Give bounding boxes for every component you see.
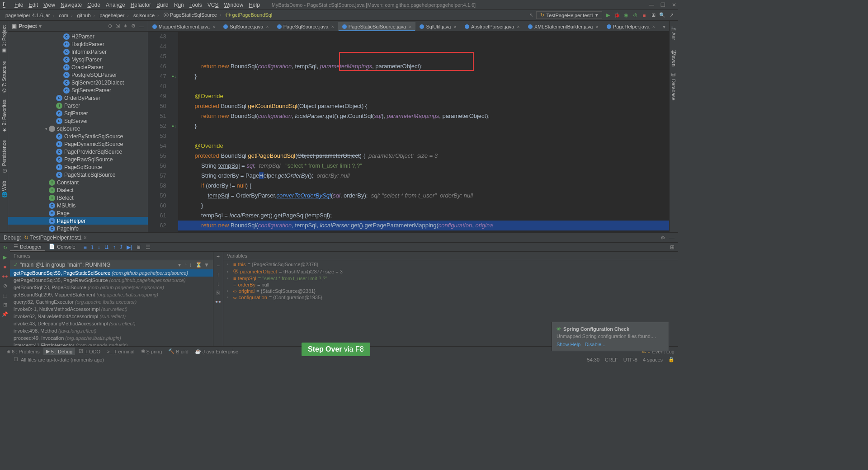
crumb-method[interactable]: ⓜ getPageBoundSql xyxy=(224,12,274,19)
tree-node-pagestaticsqlsource[interactable]: CPageStaticSqlSource xyxy=(8,171,148,179)
console-tab[interactable]: 📄 Console xyxy=(45,243,79,251)
run-to-cursor-icon[interactable]: ▶| xyxy=(127,244,132,250)
tab-pagehelper[interactable]: PageHelper.java× xyxy=(603,22,659,31)
tab-pagestaticsqlsource[interactable]: PageStaticSqlSource.java× xyxy=(338,22,416,31)
var-row[interactable]: ›≡ tempSql = "select * from t_user limit… xyxy=(225,275,676,282)
debugger-tab[interactable]: ☰ Debugger xyxy=(10,243,45,251)
tree-node-orderbystaticsqlsource[interactable]: COrderByStaticSqlSource xyxy=(8,132,148,140)
tree-node-pagehelper[interactable]: CPageHelper xyxy=(8,217,148,225)
menu-code[interactable]: Code xyxy=(85,2,103,8)
debug-hide-icon[interactable]: — xyxy=(669,235,675,241)
hide-icon[interactable]: — xyxy=(139,24,144,29)
coverage-icon[interactable]: ◉ xyxy=(623,12,629,18)
frame-row[interactable]: getPageBoundSql:35, PageRawSqlSource (co… xyxy=(10,277,213,284)
evaluate-icon[interactable]: 🖩 xyxy=(136,244,142,250)
crumb-jar[interactable]: pagehelper-4.1.6.jar xyxy=(4,13,57,18)
var-row[interactable]: ≡ orderBy = null xyxy=(225,282,676,288)
tab-xmlstatementbuilder[interactable]: XMLStatementBuilder.java× xyxy=(524,22,603,31)
tree-node-sqlserver[interactable]: CSqlServer xyxy=(8,117,148,125)
frame-row[interactable]: getBoundSql:73, PageSqlSource (com.githu… xyxy=(10,284,213,291)
frames-list[interactable]: getPageBoundSql:59, PageStaticSqlSource … xyxy=(10,269,213,346)
disable-link[interactable]: Disable... xyxy=(585,342,605,347)
notification-balloon[interactable]: ❀ Spring Configuration Check Unmapped Sp… xyxy=(552,322,669,351)
status-tab-spring[interactable]: ❀ Spring xyxy=(138,348,165,355)
tree-node-sqlparser[interactable]: CSqlParser xyxy=(8,109,148,117)
resume-icon[interactable]: ▶ xyxy=(2,254,8,260)
run-icon[interactable]: ▶ xyxy=(605,12,611,18)
tree-node-mysqlparser[interactable]: CMysqlParser xyxy=(8,56,148,63)
tree-node-dialect[interactable]: IDialect xyxy=(8,186,148,194)
force-step-icon[interactable]: ⇊ xyxy=(104,244,109,250)
status-tab-todo[interactable]: ☑ TODO xyxy=(76,348,103,355)
settings-icon[interactable]: ⚙ xyxy=(131,23,136,29)
tree-node-orderbyparser[interactable]: COrderByParser xyxy=(8,94,148,102)
crumb-com[interactable]: com xyxy=(57,13,75,18)
frame-row[interactable]: getPageBoundSql:59, PageStaticSqlSource … xyxy=(10,269,213,277)
file-encoding[interactable]: UTF-8 xyxy=(623,357,637,362)
frame-row[interactable]: query:82, CachingExecutor (org.apache.ib… xyxy=(10,298,213,306)
menu-analyze[interactable]: Analyze xyxy=(103,2,128,8)
expand-icon[interactable]: ⇲ xyxy=(116,23,120,29)
tree-node-sqlsource[interactable]: ▾sqlsource xyxy=(8,125,148,132)
status-tab-problems[interactable]: ⊞ 6: Problems xyxy=(4,348,42,355)
tree-node-parser[interactable]: IParser xyxy=(8,102,148,109)
persistence-tool-tab[interactable]: ⛁ Persistence xyxy=(0,137,8,176)
frame-row[interactable]: invoke:498, Method (java.lang.reflect) xyxy=(10,327,213,334)
code-area[interactable]: return new BoundSql(configuration, tempS… xyxy=(178,32,669,232)
tree-node-page[interactable]: CPage xyxy=(8,209,148,217)
pin-icon[interactable]: 📌 xyxy=(2,311,8,317)
tree-node-sqlserverparser[interactable]: CSqlServerParser xyxy=(8,86,148,94)
layout-icon[interactable]: ⊞ xyxy=(2,301,8,308)
crumb-pagehelper[interactable]: pagehelper xyxy=(98,13,132,18)
thread-selector[interactable]: ✓ "main"@1 in group "main": RUNNING ▾ ↑ … xyxy=(10,260,213,269)
show-watches-icon[interactable]: 👓 xyxy=(215,299,222,305)
structure-tool-tab[interactable]: ⌬ 7: Structure xyxy=(0,58,8,95)
tree-node-pagerawsqlsource[interactable]: CPageRawSqlSource xyxy=(8,155,148,163)
indent-info[interactable]: 4 spaces xyxy=(643,357,663,362)
status-tab-debug[interactable]: ▶ 5: Debug xyxy=(43,348,75,355)
database-tool-tab[interactable]: ⛁ Database xyxy=(670,69,678,103)
tabs-dropdown-icon[interactable]: ▾ xyxy=(659,22,669,31)
select-opened-icon[interactable]: ⊕ xyxy=(108,23,112,29)
frame-row[interactable]: getBoundSql:299, MappedStatement (org.ap… xyxy=(10,291,213,298)
project-tree[interactable]: CH2ParserCHsqldbParserCInformixParserCMy… xyxy=(8,32,148,232)
tree-node-h2parser[interactable]: CH2Parser xyxy=(8,33,148,40)
chevron-down-icon[interactable]: ▾ xyxy=(39,23,42,29)
frame-row[interactable]: intercept:41 FirstInterceptor (com.qupan… xyxy=(10,342,213,346)
tree-node-pageprovidersqlsource[interactable]: CPageProviderSqlSource xyxy=(8,148,148,155)
mute-bp-icon[interactable]: ⊘ xyxy=(2,282,8,289)
var-row[interactable]: ›∞ configuration = {Configuration@1935} xyxy=(225,294,676,301)
project-title[interactable]: Project xyxy=(19,23,37,29)
menu-view[interactable]: View xyxy=(41,2,58,8)
crumb-sqlsource[interactable]: sqlsource xyxy=(132,13,162,18)
close-icon[interactable]: ✕ xyxy=(672,2,676,8)
project-tool-tab[interactable]: ▣ 1: Project xyxy=(0,23,8,56)
step-out-icon[interactable]: ↑ xyxy=(113,244,116,250)
search-icon[interactable]: 🔍 xyxy=(659,12,665,18)
tree-node-pagedynamicsqlsource[interactable]: CPageDynamicSqlSource xyxy=(8,140,148,148)
status-tab-build[interactable]: 🔨 Build xyxy=(165,348,191,355)
tree-node-pageinfo[interactable]: CPageInfo xyxy=(8,225,148,232)
web-tool-tab[interactable]: 🌐 Web xyxy=(0,178,8,201)
menu-edit[interactable]: Edit xyxy=(26,2,41,8)
tab-sqlsource[interactable]: SqlSource.java× xyxy=(219,22,273,31)
rerun-icon[interactable]: ↻ xyxy=(2,244,8,251)
settings-icon[interactable]: ↗ xyxy=(668,12,675,18)
tree-node-postgresqlparser[interactable]: CPostgreSQLParser xyxy=(8,71,148,79)
breakpoints-icon[interactable]: ●● xyxy=(2,273,8,279)
profile-icon[interactable]: ⏱ xyxy=(632,13,638,18)
copy-watch-icon[interactable]: ⎘ xyxy=(217,290,220,296)
project-dropdown-icon[interactable]: ▣ xyxy=(12,23,17,29)
show-exec-icon[interactable]: ≡ xyxy=(84,244,87,250)
step-into-icon[interactable]: ↓ xyxy=(98,244,100,250)
debug-icon[interactable]: 🐞 xyxy=(614,12,620,18)
var-row[interactable]: ›ⓟ parameterObject = {HashMap@2377} size… xyxy=(225,268,676,275)
debug-settings-icon[interactable]: ⚙ xyxy=(660,235,665,241)
restore-layout-icon[interactable]: ⊞ xyxy=(670,244,675,250)
watch-down-icon[interactable]: ↓ xyxy=(217,281,220,287)
tab-pagesqlsource[interactable]: PageSqlSource.java× xyxy=(273,22,338,31)
remove-watch-icon[interactable]: − xyxy=(217,263,220,269)
maximize-icon[interactable]: ❐ xyxy=(660,2,665,8)
watch-up-icon[interactable]: ↑ xyxy=(217,272,220,278)
line-separator[interactable]: CRLF xyxy=(605,357,618,362)
